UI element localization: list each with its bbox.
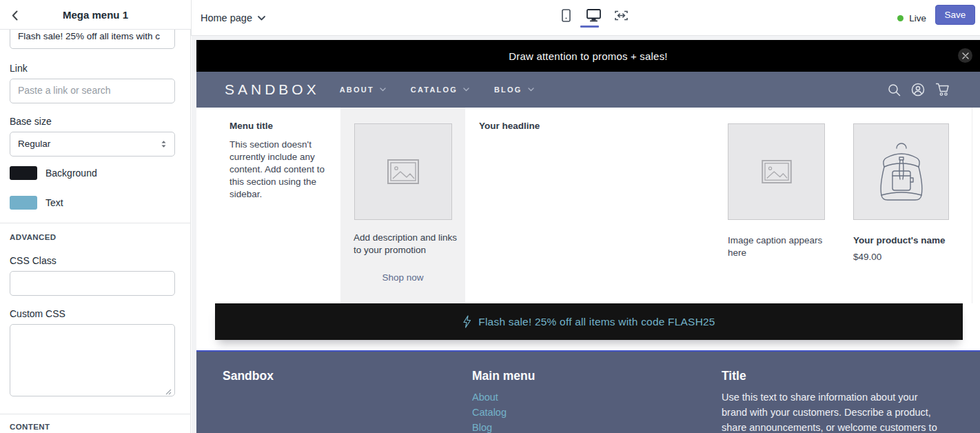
panel-gutter	[192, 36, 196, 433]
content-section[interactable]: CONTENT	[0, 414, 190, 433]
footer-link-catalog[interactable]: Catalog	[472, 405, 535, 420]
footer-info-text: Use this text to share information about…	[722, 390, 941, 433]
active-device-underline	[580, 26, 599, 28]
shop-now-link[interactable]: Shop now	[340, 272, 465, 283]
footer-link-blog[interactable]: Blog	[472, 420, 535, 433]
custom-css-label: Custom CSS	[10, 308, 175, 319]
chevron-left-icon	[12, 10, 18, 21]
base-size-value: Regular	[18, 139, 50, 149]
link-label: Link	[10, 63, 175, 74]
lightning-icon	[462, 315, 471, 328]
sidebar-header: Mega menu 1	[0, 0, 191, 30]
device-fullwidth-button[interactable]	[612, 7, 630, 23]
nav-item-label: CATALOG	[411, 85, 458, 94]
footer-brand: Sandbox	[223, 369, 274, 383]
settings-sidebar: Link Base size Regular Background Text A…	[0, 30, 191, 433]
content-section-header: CONTENT	[10, 423, 190, 431]
storefront-nav: SANDBOX ABOUT CATALOG BLOG	[196, 72, 980, 108]
text-color-row: Text	[10, 196, 175, 210]
account-button[interactable]	[910, 82, 926, 97]
nav-item-label: BLOG	[494, 85, 522, 94]
css-class-input[interactable]	[10, 271, 175, 296]
footer-info-title: Title	[722, 369, 941, 383]
base-size-select[interactable]: Regular	[10, 132, 175, 157]
background-label: Background	[45, 168, 97, 179]
flash-sale-text: Flash sale! 25% off all items with code …	[478, 316, 715, 328]
store-logo[interactable]: SANDBOX	[225, 81, 320, 98]
menu-title: Menu title	[229, 121, 334, 131]
empty-section-text: This section doesn't currently include a…	[229, 139, 330, 201]
custom-css-textarea[interactable]	[10, 324, 175, 396]
footer-link-about[interactable]: About	[472, 390, 535, 405]
close-icon	[962, 52, 969, 59]
background-color-row: Background	[10, 166, 175, 180]
device-mobile-button[interactable]	[557, 7, 575, 23]
mega-menu-right-edge	[972, 108, 972, 303]
account-icon	[911, 83, 925, 97]
text-color-swatch[interactable]	[10, 196, 37, 210]
phone-icon	[562, 9, 571, 22]
promotion-card[interactable]: Add description and links to your promot…	[340, 108, 465, 303]
sidebar-divider	[0, 223, 190, 223]
page-selector-label: Home page	[201, 12, 252, 23]
chevron-down-icon	[380, 88, 386, 92]
nav-menu: ABOUT CATALOG BLOG	[340, 85, 534, 94]
footer-menu-title: Main menu	[472, 369, 535, 383]
base-size-label: Base size	[10, 116, 175, 127]
promo-image-placeholder	[354, 123, 452, 220]
announcement-text-field[interactable]	[10, 30, 175, 49]
search-button[interactable]	[886, 82, 901, 97]
live-label: Live	[909, 13, 926, 23]
panel-title: Mega menu 1	[63, 9, 128, 21]
nav-item-about[interactable]: ABOUT	[340, 85, 386, 94]
cart-button[interactable]	[935, 82, 950, 97]
backpack-icon	[875, 139, 928, 204]
image-card[interactable]	[728, 123, 825, 220]
save-button[interactable]: Save	[935, 5, 975, 25]
page-selector[interactable]: Home page	[201, 8, 265, 28]
announcement-text: Draw attention to promos + sales!	[509, 50, 667, 62]
mega-menu-headline: Your headline	[479, 121, 540, 131]
text-label: Text	[45, 197, 63, 208]
footer-links: About Catalog Blog	[472, 390, 535, 433]
image-placeholder-icon	[387, 159, 419, 184]
image-caption: Image caption appears here	[728, 234, 824, 259]
product-price: $49.00	[853, 252, 881, 262]
announcement-close-button[interactable]	[958, 48, 972, 63]
css-class-label: CSS Class	[10, 255, 175, 266]
editor-topbar: Home page	[191, 0, 980, 36]
device-desktop-button[interactable]	[584, 7, 602, 23]
device-preview-group	[557, 7, 630, 23]
select-stepper-icon	[161, 140, 167, 148]
advanced-section-header: ADVANCED	[10, 233, 175, 241]
background-color-swatch[interactable]	[10, 166, 37, 180]
expand-width-icon	[615, 10, 628, 21]
nav-item-blog[interactable]: BLOG	[494, 85, 534, 94]
live-indicator-dot	[897, 15, 904, 21]
announcement-bar[interactable]: Draw attention to promos + sales!	[196, 40, 980, 72]
live-status: Live	[897, 0, 926, 36]
search-icon	[888, 83, 901, 97]
chevron-down-icon	[463, 88, 469, 92]
custom-css-area-wrap	[10, 319, 175, 399]
promo-description: Add description and links to your promot…	[354, 232, 460, 256]
nav-item-catalog[interactable]: CATALOG	[411, 85, 469, 94]
footer-brand-column: Sandbox	[223, 369, 274, 383]
theme-editor: Mega menu 1 Home page	[0, 0, 980, 433]
footer-info-column: Title Use this text to share information…	[722, 369, 941, 433]
storefront-footer: Sandbox Main menu About Catalog Blog Tit…	[196, 352, 980, 433]
cart-icon	[935, 83, 950, 97]
sidebar-scroll-area[interactable]: Link Base size Regular Background Text A…	[0, 30, 190, 414]
chevron-down-icon	[258, 16, 265, 21]
link-input[interactable]	[10, 79, 175, 103]
monitor-icon	[586, 9, 601, 22]
product-card[interactable]	[853, 123, 949, 220]
flash-sale-bar[interactable]: Flash sale! 25% off all items with code …	[215, 303, 963, 340]
product-name: Your product's name	[853, 235, 945, 245]
footer-menu-column: Main menu About Catalog Blog	[472, 369, 535, 433]
nav-item-label: ABOUT	[340, 85, 374, 94]
mega-menu-empty-block: Menu title This section doesn't currentl…	[229, 121, 334, 201]
back-button[interactable]	[6, 6, 23, 24]
image-placeholder-icon	[762, 160, 792, 183]
nav-icons	[886, 82, 950, 97]
